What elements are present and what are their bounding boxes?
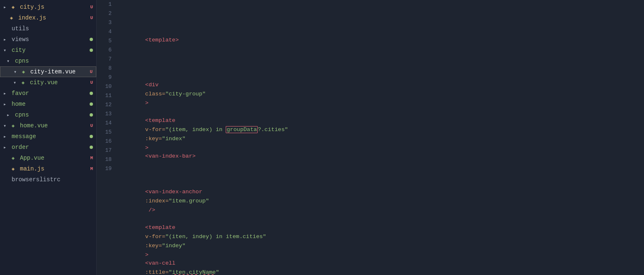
ln-17: 17 (100, 146, 112, 155)
code-line-4: <van-index-bar> (118, 134, 644, 143)
indent-6 (145, 215, 199, 221)
sidebar-label-utils: utils (12, 25, 93, 32)
ln-16: 16 (100, 137, 112, 146)
sidebar-item-browserslistrc[interactable]: browserslistrc (0, 174, 96, 185)
attr-index: :index= (145, 198, 169, 204)
dot-order (90, 146, 93, 149)
chevron-city-icon: ▾ (3, 47, 10, 54)
ln-4: 4 (100, 27, 112, 37)
sidebar-label-cpns: cpns (15, 58, 93, 64)
sidebar-item-order[interactable]: ▸ order (0, 142, 96, 153)
line-numbers: 1 2 3 4 5 6 7 8 9 10 11 12 13 14 15 16 1… (97, 0, 117, 275)
vue-icon-city-item: ◈ (22, 69, 29, 75)
tag-template-open: <template> (145, 37, 179, 43)
vue-icon-app: ◈ (12, 155, 18, 161)
badge-main-js: M (90, 166, 93, 171)
chevron-favor-icon: ▸ (3, 90, 10, 97)
ln-2: 2 (100, 9, 112, 18)
badge-city-item: U (90, 69, 93, 74)
sidebar-item-message[interactable]: ▸ message (0, 131, 96, 142)
chevron-views-icon: ▸ (3, 37, 10, 43)
tag-van-index-anchor: <van-index-anchor (145, 189, 206, 195)
vue-icon-city: ◈ (22, 80, 28, 86)
tag-template-inner: <template (145, 224, 179, 231)
tag-van-index-bar: <van-index-bar> (145, 153, 196, 159)
chevron-right-icon: ▸ (3, 4, 10, 10)
chevron-order-icon: ▸ (3, 144, 10, 151)
ln-19: 19 (100, 164, 112, 173)
attr-class: class= (145, 91, 166, 97)
dot-cpns2 (90, 113, 93, 117)
attr-index-val: "item.group" (169, 198, 209, 204)
sidebar-label-city: city (12, 47, 87, 54)
code-line-2: <div class="city-group" > (118, 62, 644, 71)
ln-14: 14 (100, 119, 112, 128)
ln-10: 10 (100, 82, 112, 91)
js-icon-main: ◈ (12, 166, 18, 172)
sidebar-item-index-js[interactable]: ◈ index.js U (0, 12, 96, 23)
code-line-5: <van-index-anchor :index="item.group" /> (118, 169, 644, 178)
ln-12: 12 (100, 100, 112, 110)
indent-7 (145, 251, 212, 257)
attr-vfor-val: "(item, index) in (165, 127, 226, 133)
badge-app-vue: M (90, 156, 93, 161)
indent-5 (145, 180, 199, 186)
badge-index-js: U (90, 15, 93, 20)
sidebar-item-home-vue[interactable]: ▾ ◈ home.vue U (0, 120, 96, 131)
sidebar-label-main-js: main.js (20, 165, 88, 172)
sidebar-item-views[interactable]: ▸ views (0, 34, 96, 45)
code-line-1: <template> (118, 27, 644, 36)
code-line-7: <van-cell :title="iten.cityName" /> (118, 241, 644, 250)
tag-template-vfor: <template (145, 117, 179, 124)
ln-15: 15 (100, 128, 112, 137)
sidebar-item-city-vue[interactable]: ▾ ◈ city.vue U (0, 77, 96, 88)
sidebar-label-home: home (12, 101, 87, 107)
sidebar-item-city-folder[interactable]: ▾ city (0, 45, 96, 56)
file-js-icon-2: ◈ (10, 15, 17, 21)
ln-5: 5 (100, 37, 112, 46)
ln-7: 7 (100, 55, 112, 64)
dot-message (90, 135, 93, 138)
code-line-6: <template v-for="(iten, indey) in item.c… (118, 205, 644, 214)
dot-favor (90, 92, 93, 95)
code-container: 1 2 3 4 5 6 7 8 9 10 11 12 13 14 15 16 1… (97, 0, 644, 275)
sidebar-label-message: message (12, 133, 87, 140)
sidebar-item-home[interactable]: ▸ home (0, 99, 96, 110)
attr-title: :title= (145, 269, 169, 275)
cityname-underline: iten.cityName (172, 269, 216, 275)
sidebar-item-favor[interactable]: ▸ favor (0, 88, 96, 99)
chevron-city-vue-icon: ▾ (13, 80, 20, 86)
code-line-3: <template v-for="(item, index) in groupD… (118, 98, 644, 107)
ln-1: 1 (100, 0, 112, 9)
tag-van-cell: <van-cell (145, 260, 179, 266)
sidebar-item-main-js[interactable]: ◈ main.js M (0, 163, 96, 174)
chevron-cpns-icon: ▾ (7, 58, 13, 64)
attr-vfor-inner-val: "(iten, indey) in item.cities" (165, 234, 269, 240)
tag-div-open: <div (145, 82, 162, 88)
editor: 1 2 3 4 5 6 7 8 9 10 11 12 13 14 15 16 1… (97, 0, 644, 275)
sidebar-item-app-vue[interactable]: ◈ App.vue M (0, 153, 96, 163)
sidebar-item-cpns[interactable]: ▾ cpns (0, 56, 96, 66)
sidebar-label-order: order (12, 144, 87, 151)
sidebar-label-app-vue: App.vue (20, 155, 88, 161)
sidebar-label-home-vue: home.vue (20, 122, 88, 129)
chevron-home-icon: ▸ (3, 101, 10, 107)
chevron-cpns2-icon: ▸ (7, 112, 13, 118)
sidebar-item-utils[interactable]: utils (0, 23, 96, 34)
sidebar-item-city-js[interactable]: ▸ ◈ city.js U (0, 2, 96, 12)
sidebar-item-city-item-vue[interactable]: ▾ ◈ city-item.vue U (0, 66, 96, 77)
sidebar: ▸ ◈ city.js U ◈ index.js U utils ▸ views… (0, 0, 97, 275)
sidebar-item-cpns-2[interactable]: ▸ cpns (0, 110, 96, 120)
sidebar-label-favor: favor (12, 90, 87, 97)
indent-4 (145, 144, 185, 150)
chevron-message-icon: ▸ (3, 134, 10, 140)
code-lines[interactable]: <template> <div class="city-group" > <te… (117, 0, 644, 275)
dot-city (90, 49, 93, 52)
dot-home (90, 102, 93, 106)
highlighted-groupdata: groupData (226, 126, 258, 133)
sidebar-label-city-vue: city.vue (30, 79, 88, 86)
indent-3 (145, 108, 172, 114)
dot-views (90, 38, 93, 41)
sidebar-label-index-js: index.js (18, 15, 88, 21)
attr-vfor-inner: v-for= (145, 234, 166, 240)
